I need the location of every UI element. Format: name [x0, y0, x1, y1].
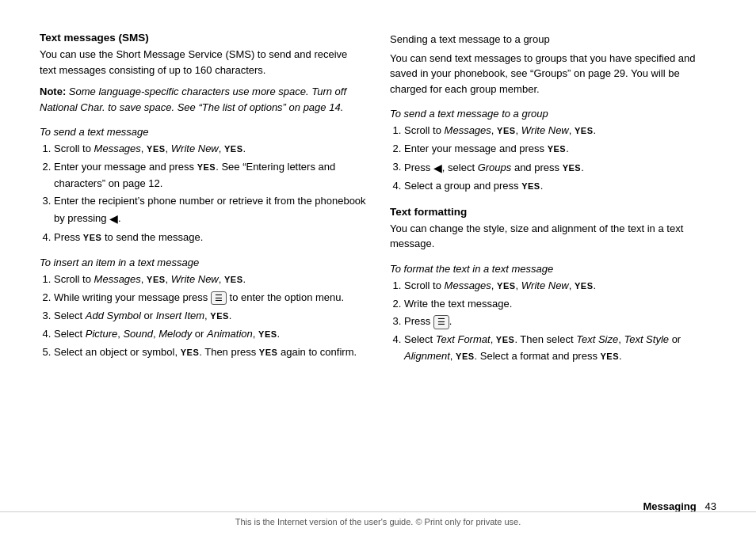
- step-item: Select Picture, Sound, Melody or Animati…: [54, 326, 366, 343]
- step-item: While writing your message press ☰ to en…: [54, 290, 366, 306]
- format-text-steps: Scroll to Messages, YES, Write New, YES.…: [404, 278, 716, 365]
- step-item: Select Add Symbol or Insert Item, YES.: [54, 308, 366, 325]
- sms-title: Text messages (SMS): [40, 32, 366, 44]
- text-formatting-section: Text formatting You can change the style…: [390, 206, 716, 252]
- page-number-area: Messaging 43: [643, 500, 717, 512]
- note-text: Some language-specific characters use mo…: [40, 86, 346, 113]
- page-number: 43: [705, 500, 716, 512]
- step-item: Write the text message.: [404, 296, 716, 313]
- step-item: Select Text Format, YES. Then select Tex…: [404, 332, 716, 365]
- group-sms-section: Sending a text message to a group You ca…: [390, 32, 716, 97]
- note-section: Note: Some language-specific characters …: [40, 84, 366, 115]
- footer: This is the Internet version of the user…: [0, 511, 756, 526]
- send-group-title: To send a text message to a group: [390, 108, 716, 120]
- step-item: Enter your message and press YES.: [404, 141, 716, 158]
- step-item: Select a group and press YES.: [404, 178, 716, 195]
- left-column: Text messages (SMS) You can use the Shor…: [40, 32, 366, 367]
- step-item: Scroll to Messages, YES, Write New, YES.: [54, 141, 366, 158]
- send-group-steps: Scroll to Messages, YES, Write New, YES.…: [404, 123, 716, 195]
- format-text-title: To format the text in a text message: [390, 263, 716, 275]
- step-item: Scroll to Messages, YES, Write New, YES.: [54, 272, 366, 288]
- step-item: Press ☰.: [404, 314, 716, 330]
- insert-item-steps: Scroll to Messages, YES, Write New, YES.…: [54, 272, 366, 360]
- page: Text messages (SMS) You can use the Shor…: [0, 0, 756, 536]
- sms-body: You can use the Short Message Service (S…: [40, 47, 366, 78]
- step-item: Enter the recipient’s phone number or re…: [54, 193, 366, 227]
- group-sms-body: You can send text messages to groups tha…: [390, 51, 716, 97]
- step-item: Enter your message and press YES. See “E…: [54, 159, 366, 192]
- step-item: Scroll to Messages, YES, Write New, YES.: [404, 123, 716, 139]
- text-formatting-title: Text formatting: [390, 206, 716, 218]
- step-item: Select an object or symbol, YES. Then pr…: [54, 344, 366, 361]
- right-column: Sending a text message to a group You ca…: [390, 32, 716, 367]
- group-sms-title: Sending a text message to a group: [390, 32, 716, 48]
- send-text-title: To send a text message: [40, 126, 366, 138]
- footer-text: This is the Internet version of the user…: [235, 517, 521, 526]
- sms-section: Text messages (SMS) You can use the Shor…: [40, 32, 366, 78]
- insert-item-title: To insert an item in a text message: [40, 257, 366, 268]
- content-area: Text messages (SMS) You can use the Shor…: [40, 32, 716, 367]
- step-item: Press ◀, select Groups and press YES.: [404, 159, 716, 177]
- send-text-steps: Scroll to Messages, YES, Write New, YES.…: [54, 141, 366, 245]
- step-item: Scroll to Messages, YES, Write New, YES.: [404, 278, 716, 295]
- note-label: Note:: [40, 86, 66, 97]
- page-label: Messaging: [643, 500, 697, 512]
- step-item: Press YES to send the message.: [54, 230, 366, 246]
- text-formatting-body: You can change the style, size and align…: [390, 221, 716, 252]
